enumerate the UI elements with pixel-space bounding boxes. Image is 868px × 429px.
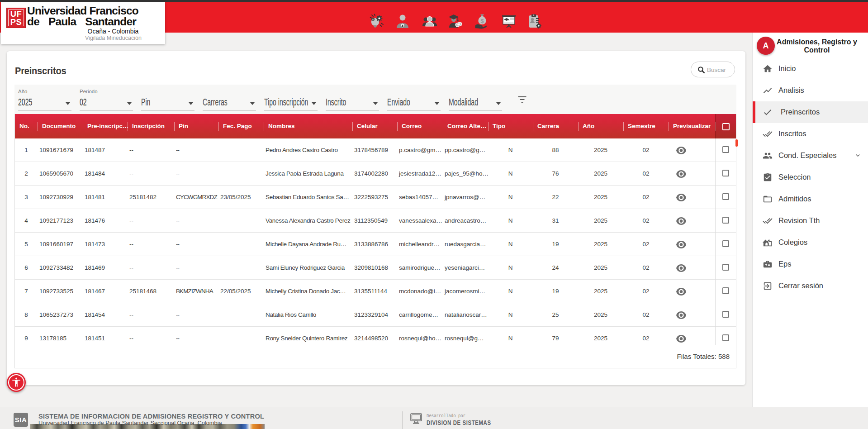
- svg-text:$: $: [480, 18, 484, 24]
